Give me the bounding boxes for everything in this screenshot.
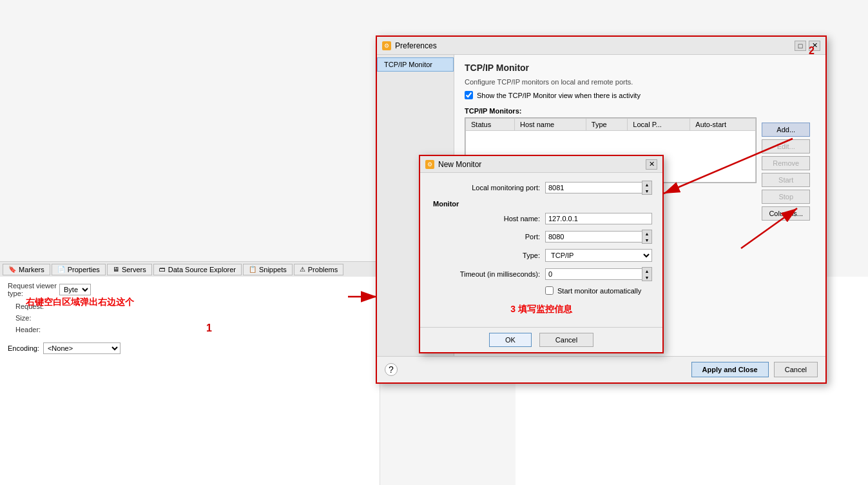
pref-minimize-btn[interactable]: □ bbox=[795, 41, 806, 51]
encoding-row-left: Encoding: <None> bbox=[0, 340, 380, 357]
nm-timeout-spinbtns: ▲ ▼ bbox=[642, 267, 652, 281]
nm-port-up[interactable]: ▲ bbox=[642, 230, 651, 237]
nm-autostart-label: Start monitor automatically bbox=[557, 287, 641, 295]
col-hostname: Host name bbox=[515, 119, 586, 131]
nm-timeout-label: Timeout (in milliseconds): bbox=[430, 270, 540, 278]
pref-checkbox-row: Show the TCP/IP Monitor view when there … bbox=[465, 91, 815, 99]
snippets-icon: 📋 bbox=[249, 266, 256, 273]
pref-footer-actions: Apply and Close Cancel bbox=[691, 362, 818, 377]
nm-port-down[interactable]: ▼ bbox=[642, 237, 651, 243]
pref-titlebar: ⚙ Preferences □ ✕ bbox=[377, 37, 825, 55]
apply-close-button[interactable]: Apply and Close bbox=[691, 362, 769, 377]
col-autostart: Auto-start bbox=[690, 119, 756, 131]
nm-local-port-down[interactable]: ▼ bbox=[642, 188, 651, 194]
nm-footer: OK Cancel bbox=[420, 327, 662, 352]
nm-local-port-label: Local monitoring port: bbox=[430, 184, 540, 192]
nm-close-btn[interactable]: ✕ bbox=[646, 159, 657, 170]
nm-timeout-down[interactable]: ▼ bbox=[642, 274, 651, 281]
nm-title: New Monitor bbox=[438, 160, 481, 169]
nm-local-port-input[interactable]: 8081 bbox=[545, 182, 642, 193]
nm-port-row: Port: 8080 ▲ ▼ bbox=[430, 230, 652, 244]
nm-hostname-label: Host name: bbox=[430, 215, 540, 223]
annotation-text-1: 右键空白区域弹出右边这个 bbox=[26, 297, 134, 308]
nm-app-icon: ⚙ bbox=[425, 160, 434, 169]
nm-timeout-input[interactable]: 0 bbox=[545, 268, 642, 280]
nm-autostart-checkbox[interactable] bbox=[545, 286, 554, 295]
pref-cancel-button[interactable]: Cancel bbox=[774, 362, 818, 377]
nm-cancel-button[interactable]: Cancel bbox=[539, 333, 593, 347]
start-button[interactable]: Start bbox=[762, 173, 810, 187]
edit-button[interactable]: Edit... bbox=[762, 139, 810, 153]
nm-local-port-spinner: 8081 ▲ ▼ bbox=[545, 181, 652, 195]
markers-icon: 🔖 bbox=[8, 266, 16, 273]
bottom-tabs: 🔖 Markers 📄 Properties 🖥 Servers 🗃 Data … bbox=[0, 261, 387, 277]
datasource-icon: 🗃 bbox=[159, 266, 166, 273]
viewer-type-select[interactable]: Byte bbox=[59, 284, 91, 295]
tab-properties[interactable]: 📄 Properties bbox=[52, 264, 106, 275]
annotation-num-1: 1 bbox=[206, 322, 212, 334]
nm-hostname-row: Host name: 127.0.0.1 bbox=[430, 213, 652, 224]
pref-titlebar-left: ⚙ Preferences bbox=[382, 41, 437, 50]
remove-button[interactable]: Remove bbox=[762, 156, 810, 170]
nm-ok-button[interactable]: OK bbox=[489, 333, 532, 347]
nm-type-row: Type: TCP/IP HTTP bbox=[430, 249, 652, 262]
nm-hostname-input[interactable]: 127.0.0.1 bbox=[545, 213, 652, 224]
nm-port-spinbtns: ▲ ▼ bbox=[642, 230, 652, 244]
properties-icon: 📄 bbox=[57, 266, 65, 273]
nm-port-input[interactable]: 8080 bbox=[545, 231, 642, 243]
tab-snippets[interactable]: 📋 Snippets bbox=[243, 264, 293, 275]
viewer-type-label: Request viewer type: bbox=[8, 282, 59, 297]
col-status: Status bbox=[466, 119, 515, 131]
columns-button[interactable]: Columns... bbox=[762, 206, 810, 221]
size-label-left: Size: bbox=[8, 312, 372, 323]
annotation-num-2: 2 bbox=[809, 45, 815, 57]
left-panel-fields: Request viewer type: Byte Request: Size:… bbox=[0, 277, 380, 340]
pref-section-title: TCP/IP Monitor bbox=[465, 63, 815, 73]
servers-icon: 🖥 bbox=[113, 266, 119, 273]
nm-port-label: Port: bbox=[430, 233, 540, 241]
pref-right-buttons: Add... Edit... Remove Start Stop Columns… bbox=[757, 117, 815, 226]
pref-description: Configure TCP/IP monitors on local and r… bbox=[465, 78, 815, 86]
encoding-select-left[interactable]: <None> bbox=[43, 342, 121, 354]
pref-nav-tcpip[interactable]: TCP/IP Monitor bbox=[377, 57, 454, 72]
pref-monitors-label: TCP/IP Monitors: bbox=[465, 107, 815, 115]
nm-type-select[interactable]: TCP/IP HTTP bbox=[545, 249, 652, 262]
problems-icon: ⚠ bbox=[300, 266, 305, 273]
stop-button[interactable]: Stop bbox=[762, 190, 810, 204]
nm-annotation-3: 3 填写监控信息 bbox=[430, 300, 652, 319]
pref-footer: ? Apply and Close Cancel bbox=[377, 356, 825, 382]
nm-body: Local monitoring port: 8081 ▲ ▼ Monitor … bbox=[420, 173, 662, 327]
encoding-label-left: Encoding: bbox=[8, 344, 39, 352]
pref-show-view-checkbox[interactable] bbox=[465, 91, 473, 99]
tab-problems[interactable]: ⚠ Problems bbox=[294, 264, 343, 275]
col-localport: Local P... bbox=[628, 119, 690, 131]
header-label-left: Header: bbox=[8, 323, 372, 335]
pref-checkbox-label: Show the TCP/IP Monitor view when there … bbox=[477, 92, 641, 99]
tab-markers[interactable]: 🔖 Markers bbox=[3, 264, 50, 275]
tab-servers[interactable]: 🖥 Servers bbox=[107, 264, 152, 275]
new-monitor-dialog: ⚙ New Monitor ✕ Local monitoring port: 8… bbox=[419, 155, 664, 353]
pref-title: Preferences bbox=[395, 41, 437, 50]
nm-autostart-row: Start monitor automatically bbox=[430, 286, 652, 295]
nm-local-port-spinbtns: ▲ ▼ bbox=[642, 181, 652, 195]
viewer-type-row: Request viewer type: Byte bbox=[8, 282, 372, 297]
nm-timeout-spinner: 0 ▲ ▼ bbox=[545, 267, 652, 281]
nm-monitor-section-label: Monitor bbox=[430, 200, 652, 208]
nm-local-port-row: Local monitoring port: 8081 ▲ ▼ bbox=[430, 181, 652, 195]
nm-timeout-row: Timeout (in milliseconds): 0 ▲ ▼ bbox=[430, 267, 652, 281]
pref-app-icon: ⚙ bbox=[382, 41, 391, 50]
pref-help-btn[interactable]: ? bbox=[385, 363, 398, 376]
tab-datasource[interactable]: 🗃 Data Source Explorer bbox=[153, 264, 242, 275]
nm-timeout-up[interactable]: ▲ bbox=[642, 268, 651, 274]
pref-titlebar-controls: □ ✕ bbox=[795, 41, 820, 51]
add-button[interactable]: Add... bbox=[762, 123, 810, 137]
col-type: Type bbox=[586, 119, 627, 131]
nm-local-port-up[interactable]: ▲ bbox=[642, 181, 651, 188]
nm-titlebar-left: ⚙ New Monitor bbox=[425, 160, 481, 169]
nm-port-spinner: 8080 ▲ ▼ bbox=[545, 230, 652, 244]
nm-type-label: Type: bbox=[430, 252, 540, 259]
nm-titlebar: ⚙ New Monitor ✕ bbox=[420, 156, 662, 173]
